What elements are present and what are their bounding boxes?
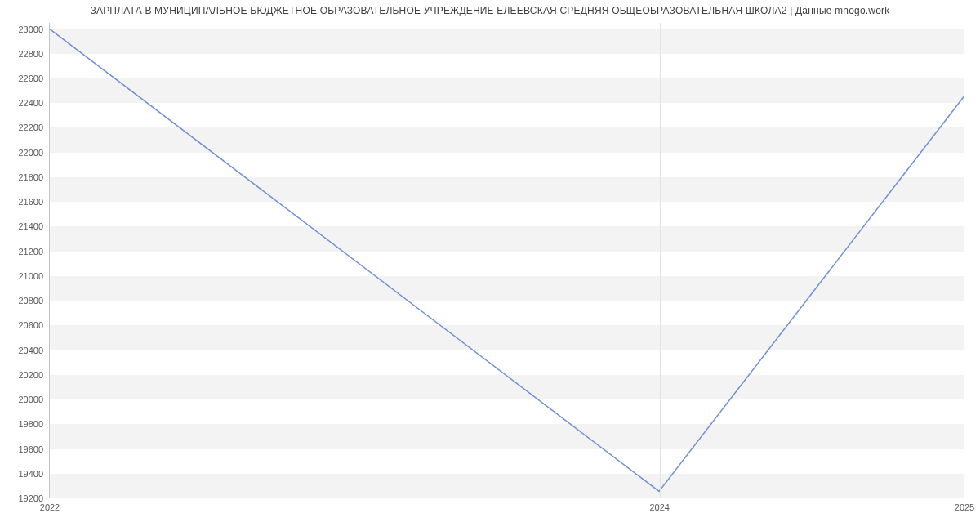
y-tick-label: 20600 (18, 320, 43, 330)
y-tick-label: 21000 (18, 271, 43, 281)
y-tick-label: 21800 (18, 172, 43, 182)
line-layer (50, 23, 964, 498)
data-line (50, 29, 964, 492)
y-tick-label: 21200 (18, 247, 43, 257)
x-gridline (660, 23, 661, 498)
salary-line-chart: ЗАРПЛАТА В МУНИЦИПАЛЬНОЕ БЮДЖЕТНОЕ ОБРАЗ… (0, 0, 980, 531)
y-tick-label: 20000 (18, 395, 43, 404)
plot-area: 1920019400196001980020000202002040020600… (49, 23, 964, 498)
y-tick-label: 20800 (18, 296, 43, 306)
x-tick-label: 2024 (649, 502, 669, 512)
y-tick-label: 23000 (18, 25, 43, 34)
y-tick-label: 22200 (18, 123, 43, 132)
y-tick-label: 21400 (18, 221, 43, 231)
y-tick-label: 22600 (18, 74, 43, 83)
x-tick-label: 2025 (955, 502, 974, 512)
y-tick-label: 20400 (18, 346, 43, 355)
chart-title: ЗАРПЛАТА В МУНИЦИПАЛЬНОЕ БЮДЖЕТНОЕ ОБРАЗ… (0, 5, 980, 16)
y-tick-label: 19400 (18, 469, 43, 479)
x-tick-label: 2022 (40, 502, 60, 512)
y-tick-label: 22400 (18, 98, 43, 108)
y-tick-label: 19600 (18, 444, 43, 454)
y-tick-label: 22800 (18, 49, 43, 59)
y-tick-label: 21600 (18, 197, 43, 207)
y-tick-label: 20200 (18, 370, 43, 380)
y-tick-label: 19800 (18, 419, 43, 429)
y-tick-label: 22000 (18, 148, 43, 158)
